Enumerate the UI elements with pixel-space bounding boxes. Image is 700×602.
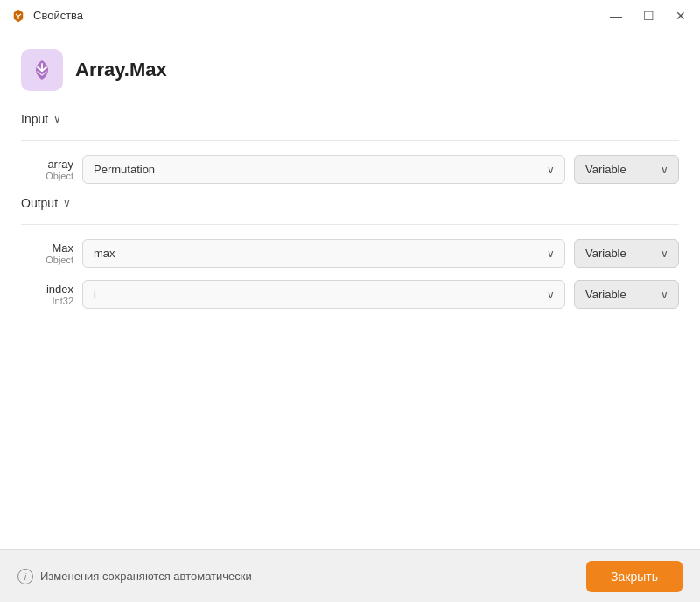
output-section-label: Output xyxy=(21,196,58,210)
max-field-row: Max Object max min avg ∨ Variable Consta… xyxy=(21,239,679,268)
index-select-wrapper: i j k ∨ xyxy=(82,280,565,309)
footer-info: i Изменения сохраняются автоматически xyxy=(18,569,252,584)
array-type-select[interactable]: Variable Constant Expression xyxy=(574,155,679,184)
title-bar-left: Свойства xyxy=(10,8,83,24)
max-type-wrapper: Variable Constant Expression ∨ xyxy=(574,239,679,268)
close-button[interactable]: Закрыть xyxy=(586,561,682,592)
input-section-header[interactable]: Input ∨ xyxy=(21,112,679,126)
input-section-label: Input xyxy=(21,112,48,126)
window-title: Свойства xyxy=(33,9,83,22)
maximize-button[interactable]: ☐ xyxy=(640,8,658,24)
array-label-main: array xyxy=(21,158,74,171)
array-type-wrapper: Variable Constant Expression ∨ xyxy=(574,155,679,184)
output-divider xyxy=(21,224,679,225)
array-select-wrapper: Permutation Array List ∨ xyxy=(82,155,565,184)
index-select[interactable]: i j k xyxy=(82,280,565,309)
max-select[interactable]: max min avg xyxy=(82,239,565,268)
output-chevron-icon: ∨ xyxy=(63,197,71,209)
window-controls: — ☐ ✕ xyxy=(606,8,690,24)
footer: i Изменения сохраняются автоматически За… xyxy=(0,550,700,602)
title-bar: Свойства — ☐ ✕ xyxy=(0,0,700,32)
array-label: array Object xyxy=(21,158,74,181)
index-label-sub: Int32 xyxy=(21,296,74,306)
app-logo xyxy=(21,49,63,91)
page-title: Array.Max xyxy=(75,59,167,81)
array-label-sub: Object xyxy=(21,171,74,181)
max-label-sub: Object xyxy=(21,255,74,265)
index-field-row: index Int32 i j k ∨ Variable Constant Ex… xyxy=(21,280,679,309)
input-chevron-icon: ∨ xyxy=(53,113,61,125)
max-label: Max Object xyxy=(21,242,74,265)
info-icon: i xyxy=(18,569,33,584)
index-type-select[interactable]: Variable Constant Expression xyxy=(574,280,679,309)
max-label-main: Max xyxy=(21,242,74,255)
auto-save-text: Изменения сохраняются автоматически xyxy=(40,570,252,583)
logo-icon xyxy=(29,57,55,83)
index-label-main: index xyxy=(21,283,74,296)
app-header: Array.Max xyxy=(21,49,679,91)
max-select-wrapper: max min avg ∨ xyxy=(82,239,565,268)
app-icon xyxy=(10,8,26,24)
minimize-button[interactable]: — xyxy=(606,8,626,24)
array-field-row: array Object Permutation Array List ∨ Va… xyxy=(21,155,679,184)
array-select[interactable]: Permutation Array List xyxy=(82,155,565,184)
input-divider xyxy=(21,140,679,141)
max-type-select[interactable]: Variable Constant Expression xyxy=(574,239,679,268)
index-type-wrapper: Variable Constant Expression ∨ xyxy=(574,280,679,309)
main-content: Array.Max Input ∨ array Object Permutati… xyxy=(0,32,700,550)
output-section-header[interactable]: Output ∨ xyxy=(21,196,679,210)
close-window-button[interactable]: ✕ xyxy=(672,8,690,24)
index-label: index Int32 xyxy=(21,283,74,306)
